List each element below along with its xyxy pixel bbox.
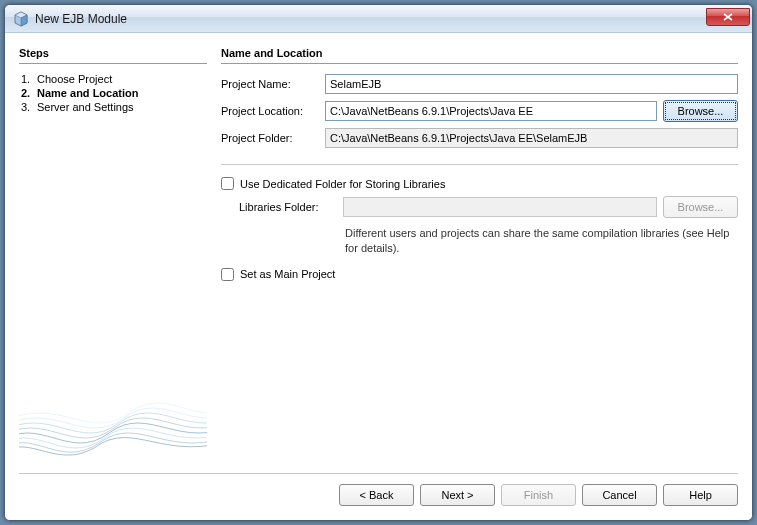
libraries-folder-input (343, 197, 657, 217)
main-project-label: Set as Main Project (240, 268, 335, 280)
dialog-window: New EJB Module Steps 1. Choose Project 2… (4, 4, 753, 521)
libraries-hint: Different users and projects can share t… (221, 226, 738, 256)
help-button[interactable]: Help (663, 484, 738, 506)
finish-button: Finish (501, 484, 576, 506)
back-button[interactable]: < Back (339, 484, 414, 506)
separator (221, 164, 738, 165)
cancel-button[interactable]: Cancel (582, 484, 657, 506)
step-item: 1. Choose Project (19, 72, 207, 86)
browse-location-button[interactable]: Browse... (663, 100, 738, 122)
project-folder-input (325, 128, 738, 148)
project-location-label: Project Location: (221, 105, 319, 117)
app-icon (13, 11, 29, 27)
project-name-label: Project Name: (221, 78, 319, 90)
close-button[interactable] (706, 8, 750, 26)
project-folder-label: Project Folder: (221, 132, 319, 144)
button-bar: < Back Next > Finish Cancel Help (19, 473, 738, 506)
next-button[interactable]: Next > (420, 484, 495, 506)
project-location-input[interactable] (325, 101, 657, 121)
browse-libraries-button: Browse... (663, 196, 738, 218)
main-project-checkbox[interactable] (221, 268, 234, 281)
dedicated-folder-checkbox[interactable] (221, 177, 234, 190)
step-item: 3. Server and Settings (19, 100, 207, 114)
form-panel: Name and Location Project Name: Project … (221, 47, 738, 473)
steps-heading: Steps (19, 47, 207, 64)
dedicated-folder-label: Use Dedicated Folder for Storing Librari… (240, 178, 445, 190)
decorative-waves (19, 353, 207, 473)
step-item: 2. Name and Location (19, 86, 207, 100)
content-area: Steps 1. Choose Project 2. Name and Loca… (5, 33, 752, 520)
titlebar: New EJB Module (5, 5, 752, 33)
steps-panel: Steps 1. Choose Project 2. Name and Loca… (19, 47, 207, 473)
libraries-folder-label: Libraries Folder: (239, 201, 337, 213)
project-name-input[interactable] (325, 74, 738, 94)
window-title: New EJB Module (35, 12, 706, 26)
panel-heading: Name and Location (221, 47, 738, 64)
steps-list: 1. Choose Project 2. Name and Location 3… (19, 72, 207, 114)
